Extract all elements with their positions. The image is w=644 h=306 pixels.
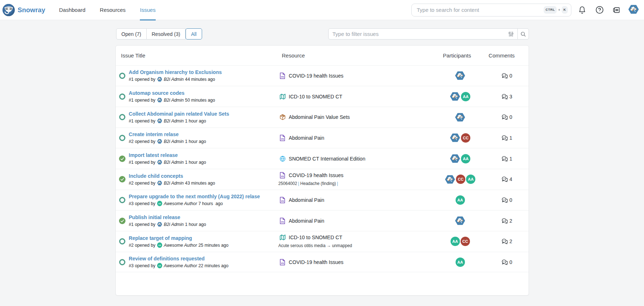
svg-text:vs: vs [281, 138, 284, 140]
svg-text:AA: AA [158, 203, 161, 205]
svg-text:vs: vs [281, 175, 284, 177]
svg-text:vs: vs [281, 261, 284, 264]
svg-text:AA: AA [158, 244, 161, 246]
svg-text:vs: vs [281, 75, 284, 78]
svg-text:vs: vs [281, 200, 284, 202]
svg-text:AA: AA [158, 265, 161, 267]
svg-text:vs: vs [281, 220, 284, 223]
